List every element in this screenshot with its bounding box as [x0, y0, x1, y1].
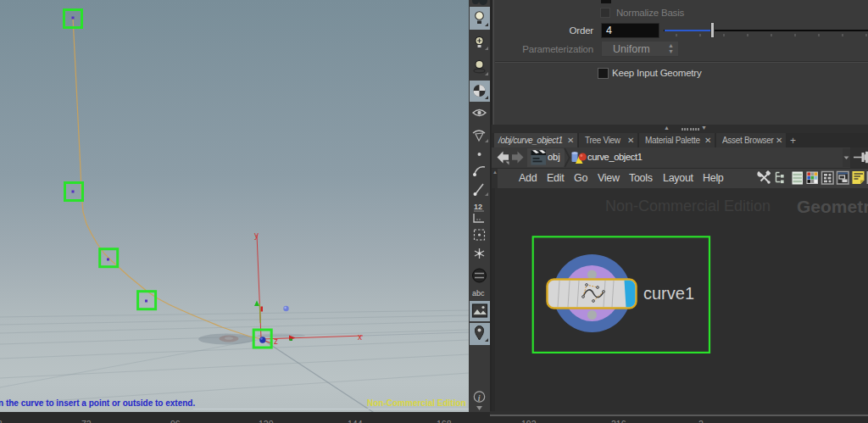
svg-text:y: y: [254, 231, 259, 240]
svg-text:12: 12: [474, 203, 482, 211]
svg-text:abc: abc: [472, 289, 485, 298]
svg-text:i: i: [478, 393, 481, 403]
svg-text:z: z: [274, 337, 278, 346]
svg-text:x: x: [358, 332, 362, 342]
